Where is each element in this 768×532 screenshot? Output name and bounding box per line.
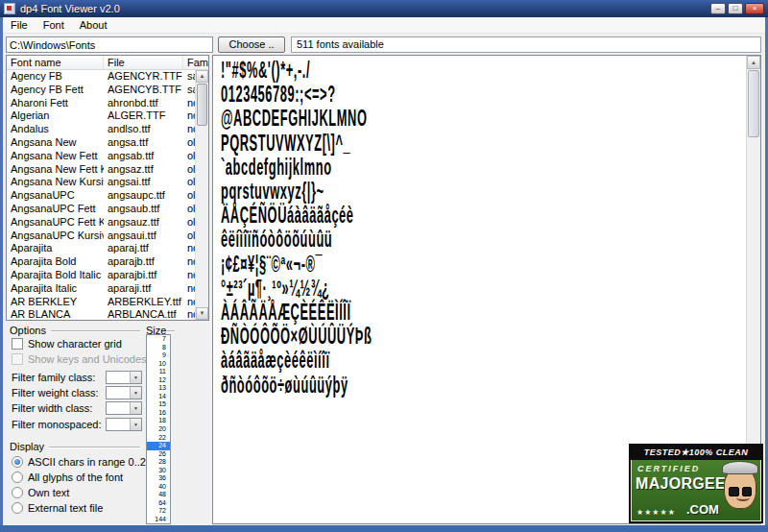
radio-external-text-file[interactable]: External text file <box>12 502 103 514</box>
size-option[interactable]: 15 <box>147 400 170 409</box>
checkbox-show-character-grid[interactable]: Show character grid <box>12 338 122 350</box>
close-icon[interactable]: × <box>745 3 764 14</box>
size-option[interactable]: 72 <box>147 507 170 516</box>
column-header-file[interactable]: File <box>104 56 183 69</box>
size-option[interactable]: 16 <box>147 409 170 418</box>
cell-family: no <box>183 123 195 136</box>
scroll-up-icon[interactable]: ▲ <box>196 70 208 83</box>
size-option[interactable]: 26 <box>147 450 170 459</box>
size-option[interactable]: 48 <box>147 491 170 499</box>
size-option[interactable]: 13 <box>147 384 170 393</box>
table-row[interactable]: Aparajita Boldaparajb.ttfno <box>7 255 195 269</box>
table-row[interactable]: AR BERKLEYARBERKLEY.ttfno <box>7 296 195 309</box>
column-header-font-name[interactable]: Font name <box>7 56 104 69</box>
table-row[interactable]: Andalusandlso.ttfno <box>7 123 195 136</box>
table-row[interactable]: AngsanaUPC Fett Ku...angsauz.ttfold <box>7 216 195 230</box>
table-row[interactable]: Agency FB FettAGENCYB.TTFsan <box>7 84 195 97</box>
size-list[interactable]: 7891011121314151618202224262830364048647… <box>146 334 171 524</box>
size-option[interactable]: 11 <box>147 368 170 376</box>
size-option[interactable]: 64 <box>147 499 170 508</box>
scroll-down-icon[interactable]: ▼ <box>196 307 208 320</box>
chevron-down-icon[interactable]: ▼ <box>130 419 141 430</box>
filter-weight-class-dropdown[interactable]: ▼ <box>106 386 142 399</box>
size-option[interactable]: 20 <box>147 425 170 434</box>
filter-label: Filter family class: <box>12 372 95 383</box>
cell-family: no <box>183 269 195 282</box>
preview-line: @ABCDEFGHIJKLMNO <box>221 107 372 131</box>
cell-file: angsaui.ttf <box>104 230 183 243</box>
chevron-down-icon[interactable]: ▼ <box>130 402 141 414</box>
table-row[interactable]: Aparajitaaparaj.ttfno <box>7 242 195 255</box>
size-option[interactable]: 144 <box>147 516 170 524</box>
size-option[interactable]: 40 <box>147 483 170 492</box>
chevron-down-icon[interactable]: ▼ <box>130 387 141 399</box>
size-option[interactable]: 28 <box>147 458 170 467</box>
filter-width-class-dropdown[interactable]: ▼ <box>106 401 142 415</box>
cell-file: ahronbd.ttf <box>104 97 183 110</box>
size-option[interactable]: 14 <box>147 393 170 401</box>
size-option[interactable]: 12 <box>147 376 170 385</box>
font-path-input[interactable] <box>6 36 213 53</box>
size-option[interactable]: 36 <box>147 474 170 483</box>
radio-ascii-range[interactable]: ASCII chars in range 0..255 <box>12 456 157 468</box>
preview-line: ÀÁÂÃÄÅÆÇÈÉÊËÌÍÎÏ <box>221 301 372 325</box>
minimize-icon[interactable]: – <box>710 3 726 14</box>
cell-font-name: AR BERKLEY <box>7 296 104 309</box>
mascot-smile <box>736 495 750 501</box>
cell-font-name: Algerian <box>7 109 104 123</box>
cell-family: old <box>183 189 195 203</box>
table-row[interactable]: Aparajita Italicaparaji.ttfno <box>7 282 195 296</box>
table-row[interactable]: Angsana New Fettangsab.ttfold <box>7 150 195 163</box>
group-separator <box>167 330 175 332</box>
checkbox-icon <box>12 353 23 365</box>
table-row[interactable]: AlgerianALGER.TTFno <box>7 109 195 123</box>
chevron-down-icon[interactable]: ▼ <box>130 372 141 383</box>
filter-family-class-dropdown[interactable]: ▼ <box>106 371 142 384</box>
scroll-up-icon[interactable]: ▲ <box>747 56 760 69</box>
majorgeeks-badge: TESTED★100% CLEAN CERTIFIED MAJORGEEKS .… <box>629 444 763 523</box>
badge-top-text: TESTED★100% CLEAN <box>631 446 761 460</box>
table-row[interactable]: Angsana New Kursivangsai.ttfold <box>7 176 195 189</box>
choose-folder-button[interactable]: Choose .. <box>218 36 285 53</box>
options-panel: Options Show character grid Show keys an… <box>6 323 209 524</box>
preview-line: pqrstuvwxyz{|}~ <box>221 180 372 204</box>
cell-file: ARBERKLEY.ttf <box>104 296 183 309</box>
scrollbar-thumb[interactable] <box>748 70 759 137</box>
scrollbar-thumb[interactable] <box>197 84 207 126</box>
table-row[interactable]: Aparajita Bold Italicaparajbi.ttfno <box>7 269 195 282</box>
table-row[interactable]: Agency FBAGENCYR.TTFsan <box>7 70 195 84</box>
preview-line: 0123456789:;<=>? <box>221 83 372 107</box>
size-option[interactable]: 18 <box>147 417 170 425</box>
cell-font-name: AngsanaUPC Fett <box>7 203 104 216</box>
checkbox-show-keys-unicodes[interactable]: Show keys and Unicodes <box>12 353 147 365</box>
menu-file[interactable]: File <box>3 17 36 33</box>
size-option[interactable]: 8 <box>147 344 170 352</box>
menu-about[interactable]: About <box>72 17 115 33</box>
font-list-scrollbar[interactable]: ▲ ▼ <box>195 70 208 320</box>
table-row[interactable]: Aharoni Fettahronbd.ttfno <box>7 97 195 110</box>
cell-font-name: Angsana New Kursiv <box>7 176 104 189</box>
cell-font-name: AngsanaUPC Fett Ku... <box>7 216 104 230</box>
table-row[interactable]: Angsana Newangsa.ttfold <box>7 136 195 150</box>
column-header-family[interactable]: Fam <box>183 56 208 69</box>
table-row[interactable]: AngsanaUPC Kursivangsaui.ttfold <box>7 230 195 243</box>
size-option[interactable]: 10 <box>147 360 170 369</box>
table-row[interactable]: AngsanaUPC Fettangsaub.ttfold <box>7 203 195 216</box>
badge-certified-text: CERTIFIED <box>637 464 700 473</box>
size-option[interactable]: 9 <box>147 351 170 360</box>
radio-icon <box>12 502 23 514</box>
table-row[interactable]: AR BLANCAARBLANCA.ttfno <box>7 308 195 320</box>
size-option[interactable]: 24 <box>147 442 170 450</box>
table-row[interactable]: AngsanaUPCangsaupc.ttfold <box>7 189 195 203</box>
menu-font[interactable]: Font <box>36 17 72 33</box>
table-row[interactable]: Angsana New Fett K...angsaz.ttfold <box>7 163 195 177</box>
preview-line: ¡¢£¤¥¦§¨©ª«¬-®¯ <box>221 253 372 277</box>
radio-all-glyphs[interactable]: All glyphs of the font <box>12 472 123 483</box>
maximize-icon[interactable]: □ <box>728 3 743 14</box>
size-option[interactable]: 22 <box>147 434 170 443</box>
radio-own-text[interactable]: Own text <box>12 487 69 498</box>
size-option[interactable]: 30 <box>147 467 170 475</box>
app-icon[interactable] <box>4 3 15 14</box>
size-option[interactable]: 7 <box>147 335 170 344</box>
filter-monospaced-dropdown[interactable]: ▼ <box>106 418 142 431</box>
